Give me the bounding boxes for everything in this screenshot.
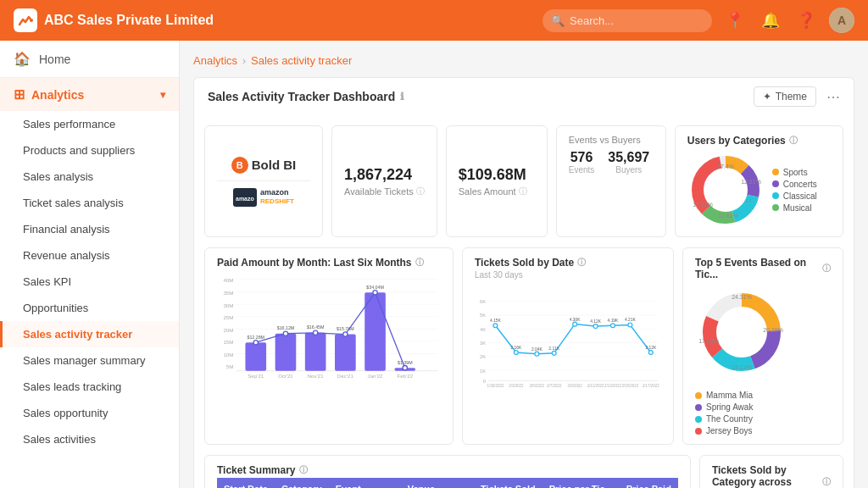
theme-icon: ✦ bbox=[763, 91, 771, 103]
tickets-date-subtitle: Last 30 days bbox=[475, 270, 661, 280]
svg-rect-34 bbox=[305, 333, 326, 371]
sidebar-analytics-label: Analytics bbox=[31, 88, 84, 102]
category-legend: Sports Concerts Classical bbox=[772, 168, 817, 213]
svg-text:40M: 40M bbox=[223, 277, 233, 283]
svg-text:15M: 15M bbox=[223, 339, 233, 345]
svg-text:35M: 35M bbox=[223, 290, 233, 296]
help-icon[interactable]: ❓ bbox=[793, 11, 819, 30]
classical-dot bbox=[772, 192, 779, 199]
sidebar-item-sales-analysis[interactable]: Sales analysis bbox=[0, 164, 179, 190]
sidebar-item-sales-activities[interactable]: Sales activities bbox=[0, 426, 179, 452]
logo-area: ABC Sales Private Limited bbox=[14, 8, 214, 32]
jersey-dot bbox=[695, 428, 702, 435]
boldbi-icon: B bbox=[231, 157, 248, 174]
svg-text:2/15/2022: 2/15/2022 bbox=[621, 384, 638, 388]
svg-text:17.72%: 17.72% bbox=[693, 202, 713, 208]
breadcrumb: Analytics › Sales activity tracker bbox=[193, 54, 854, 67]
sidebar-item-activity-tracker[interactable]: Sales activity tracker bbox=[0, 321, 179, 347]
col-price-paid: Price Paid bbox=[620, 478, 678, 488]
bar-chart-wrap: 40M 35M 30M 25M 20M 15M 10M 5M bbox=[217, 270, 441, 380]
category-states-info-icon[interactable]: ⓘ bbox=[822, 476, 831, 488]
paid-by-month-card: Paid Amount by Month: Last Six Months ⓘ … bbox=[204, 247, 453, 445]
ticket-summary-table: Start Date Category Event Venue Tickets … bbox=[217, 478, 678, 488]
buyers-value: 35,697 bbox=[608, 150, 649, 165]
svg-text:2.16K: 2.16K bbox=[511, 346, 522, 350]
sidebar-item-sales-opportunity[interactable]: Sales opportunity bbox=[0, 400, 179, 426]
sidebar-item-sales-performance[interactable]: Sales performance bbox=[0, 111, 179, 137]
tickets-by-date-card: Tickets Sold by Date ⓘ Last 30 days 6K 5… bbox=[462, 247, 674, 445]
sidebar-item-manager-summary[interactable]: Sales manager summary bbox=[0, 347, 179, 374]
svg-text:2/3/2022: 2/3/2022 bbox=[509, 384, 524, 388]
col-venue: Venue bbox=[401, 478, 474, 488]
top5-info-icon[interactable]: ⓘ bbox=[822, 263, 831, 274]
svg-text:17.61%: 17.61% bbox=[718, 213, 738, 219]
svg-text:24.31%: 24.31% bbox=[732, 294, 752, 300]
events-buyers-card: Events vs Buyers 576 Events 35,697 Buyer… bbox=[556, 125, 666, 237]
col-tickets-sold: Tickets Sold bbox=[474, 478, 542, 488]
sidebar-item-ticket-sales[interactable]: Ticket sales analysis bbox=[0, 190, 179, 216]
svg-text:4.15K: 4.15K bbox=[490, 319, 501, 323]
svg-text:2/17/2022: 2/17/2022 bbox=[643, 384, 659, 388]
legend-concerts: Concerts bbox=[772, 180, 817, 189]
svg-text:Feb'22: Feb'22 bbox=[397, 373, 413, 379]
svg-point-76 bbox=[648, 351, 653, 355]
users-category-title: Users by Categories ⓘ bbox=[687, 135, 831, 147]
company-name: ABC Sales Private Limited bbox=[44, 13, 214, 28]
title-info-icon[interactable]: ℹ bbox=[400, 91, 404, 103]
svg-point-74 bbox=[611, 324, 615, 328]
events-buyers-nums: 576 Events 35,697 Buyers bbox=[569, 150, 654, 175]
sidebar-item-opportunities[interactable]: Opportunities bbox=[0, 295, 179, 321]
main-content: Analytics › Sales activity tracker Sales… bbox=[180, 41, 868, 488]
svg-text:2/11/2022: 2/11/2022 bbox=[587, 384, 604, 388]
svg-point-69 bbox=[514, 351, 518, 355]
sidebar-item-revenue[interactable]: Revenue analysis bbox=[0, 242, 179, 269]
tickets-info-icon[interactable]: ⓘ bbox=[416, 186, 425, 197]
breadcrumb-parent[interactable]: Analytics bbox=[193, 54, 237, 67]
events-num: 576 Events bbox=[569, 150, 595, 175]
legend-spring-awak: Spring Awak bbox=[695, 402, 753, 412]
notification-icon[interactable]: 🔔 bbox=[758, 11, 783, 30]
svg-text:4K: 4K bbox=[480, 327, 486, 332]
sidebar-item-financial[interactable]: Financial analysis bbox=[0, 216, 179, 242]
svg-rect-32 bbox=[275, 334, 297, 371]
svg-text:amazon: amazon bbox=[236, 196, 254, 202]
user-avatar[interactable]: A bbox=[829, 8, 854, 33]
svg-point-44 bbox=[314, 330, 318, 335]
sidebar-item-home[interactable]: 🏠 Home bbox=[0, 41, 179, 78]
svg-text:2.04K: 2.04K bbox=[531, 347, 542, 352]
sidebar-item-sales-kpi[interactable]: Sales KPI bbox=[0, 269, 179, 295]
sidebar-analytics-header[interactable]: ⊞ Analytics ▾ bbox=[0, 78, 179, 111]
search-input[interactable] bbox=[542, 9, 712, 32]
svg-text:0: 0 bbox=[483, 379, 486, 384]
sales-amount-value: $109.68M bbox=[459, 166, 535, 184]
category-info-icon[interactable]: ⓘ bbox=[789, 135, 798, 147]
legend-sports: Sports bbox=[772, 168, 817, 177]
svg-text:Oct'21: Oct'21 bbox=[278, 373, 293, 379]
more-options-button[interactable]: ⋯ bbox=[826, 89, 840, 105]
grid-icon: ⊞ bbox=[14, 86, 25, 103]
amount-info-icon[interactable]: ⓘ bbox=[519, 186, 527, 197]
bottom-row: Ticket Summary ⓘ Start Date Category Eve… bbox=[204, 455, 843, 488]
donut-wrap: 17.4% 12.21% 17 17.61% 17.72% Sports bbox=[687, 152, 831, 228]
sales-amount-card: $109.68M Sales Amount ⓘ bbox=[446, 125, 548, 237]
tickets-date-info-icon[interactable]: ⓘ bbox=[577, 257, 586, 269]
summary-info-icon[interactable]: ⓘ bbox=[299, 464, 308, 476]
dashboard-actions: ✦ Theme ⋯ bbox=[754, 86, 840, 107]
available-tickets-value: 1,867,224 bbox=[344, 166, 425, 184]
sports-dot bbox=[772, 169, 779, 175]
theme-button[interactable]: ✦ Theme bbox=[754, 86, 816, 107]
svg-point-100 bbox=[718, 308, 765, 356]
line-chart-wrap: 6K 5K 4K 3K 2K 1K 0 bbox=[475, 286, 661, 396]
paid-info-icon[interactable]: ⓘ bbox=[415, 257, 424, 269]
buyers-num: 35,697 Buyers bbox=[608, 150, 649, 175]
top5-events-card: Top 5 Events Based on Tic... ⓘ bbox=[682, 247, 843, 445]
location-icon[interactable]: 📍 bbox=[722, 11, 748, 30]
sidebar-item-products-suppliers[interactable]: Products and suppliers bbox=[0, 137, 179, 164]
svg-text:25M: 25M bbox=[223, 314, 233, 320]
sidebar-item-leads-tracking[interactable]: Sales leads tracking bbox=[0, 374, 179, 400]
paid-month-title: Paid Amount by Month: Last Six Months ⓘ bbox=[217, 257, 441, 269]
svg-text:2K: 2K bbox=[480, 354, 486, 359]
svg-text:Sep'21: Sep'21 bbox=[248, 373, 264, 379]
svg-text:2.11K: 2.11K bbox=[548, 347, 559, 351]
brand-logos-card: B Bold BI amazon amazon REDSHIFT bbox=[204, 125, 323, 237]
